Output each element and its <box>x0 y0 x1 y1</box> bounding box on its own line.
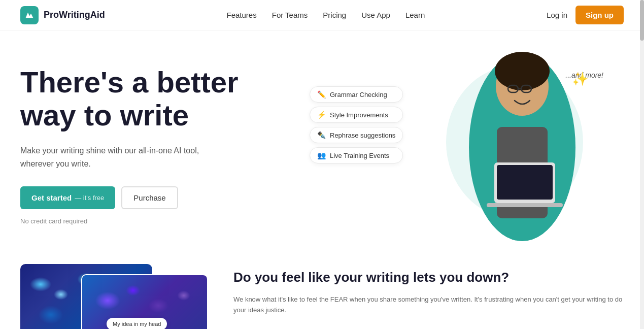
nav-features[interactable]: Features <box>227 11 257 19</box>
nav-learn[interactable]: Learn <box>405 11 425 19</box>
hero-image: ✨ ✏️ Grammar Checking ⚡ Style Improvemen… <box>310 61 624 234</box>
logo-icon <box>20 6 39 24</box>
main-nav: Features For Teams Pricing Use App Learn <box>227 11 425 19</box>
training-icon: 👥 <box>317 151 326 159</box>
log-in-button[interactable]: Log in <box>547 11 567 19</box>
header-actions: Log in Sign up <box>547 6 624 24</box>
sign-up-button[interactable]: Sign up <box>575 6 624 24</box>
scrollbar-thumb[interactable] <box>640 0 644 41</box>
lower-heading: Do you feel like your writing lets you d… <box>233 269 624 286</box>
lower-body: We know what it's like to feel the FEAR … <box>233 294 624 316</box>
get-started-free-label: — it's free <box>75 194 104 202</box>
feature-pills: ✏️ Grammar Checking ⚡ Style Improvements… <box>310 86 403 163</box>
lower-text: Do you feel like your writing lets you d… <box>233 264 624 315</box>
hero-section: There's a better way to write Make your … <box>0 30 644 254</box>
pill-grammar: ✏️ Grammar Checking <box>310 86 403 103</box>
nav-pricing[interactable]: Pricing <box>323 11 346 19</box>
pill-rephrase: ✒️ Rephrase suggestions <box>310 127 403 143</box>
svg-rect-8 <box>497 165 553 200</box>
person-figure <box>466 46 578 244</box>
hero-subtitle: Make your writing shine with our all-in-… <box>20 144 213 170</box>
nav-use-app[interactable]: Use App <box>361 11 390 19</box>
nav-for-teams[interactable]: For Teams <box>272 11 308 19</box>
lower-images: My idea in my head <box>20 264 203 329</box>
sparkle-icon: ✨ <box>572 71 588 87</box>
purchase-button[interactable]: Purchase <box>121 186 178 209</box>
hero-content: There's a better way to write Make your … <box>20 61 299 225</box>
scrollbar[interactable] <box>640 0 644 329</box>
style-icon: ⚡ <box>317 111 326 119</box>
pill-training: 👥 Live Training Events <box>310 147 403 163</box>
get-started-button[interactable]: Get started — it's free <box>20 186 115 209</box>
grammar-icon: ✏️ <box>317 90 326 98</box>
no-credit-text: No credit card required <box>20 217 299 225</box>
svg-point-2 <box>495 52 550 90</box>
svg-rect-9 <box>487 203 563 207</box>
lower-section: My idea in my head Do you feel like your… <box>0 254 644 329</box>
hero-buttons: Get started — it's free Purchase <box>20 186 299 209</box>
logo-text: ProWritingAid <box>44 10 105 20</box>
pill-style: ⚡ Style Improvements <box>310 107 403 123</box>
rephrase-icon: ✒️ <box>317 131 326 139</box>
hero-title: There's a better way to write <box>20 66 299 132</box>
logo-area[interactable]: ProWritingAid <box>20 6 105 24</box>
idea-badge: My idea in my head <box>107 318 167 329</box>
